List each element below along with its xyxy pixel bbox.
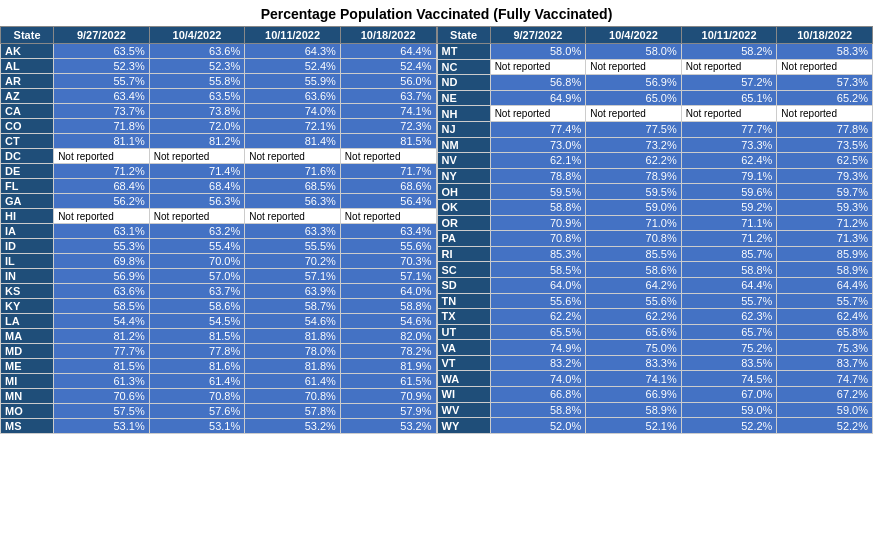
- table-row: WY52.0%52.1%52.2%52.2%: [437, 418, 873, 434]
- right-col2-header: 10/4/2022: [586, 27, 682, 44]
- table-row: NJ77.4%77.5%77.7%77.8%: [437, 121, 873, 137]
- data-cell: 54.5%: [149, 314, 245, 329]
- data-cell: 74.9%: [490, 340, 586, 356]
- state-cell: MI: [1, 374, 54, 389]
- data-cell: 59.5%: [490, 184, 586, 200]
- data-cell: 63.4%: [54, 89, 150, 104]
- data-cell: 67.2%: [777, 387, 873, 403]
- table-row: MS53.1%53.1%53.2%53.2%: [1, 419, 437, 434]
- data-cell: 73.5%: [777, 137, 873, 153]
- state-cell: OK: [437, 199, 490, 215]
- data-cell: 64.0%: [490, 277, 586, 293]
- table-row: VA74.9%75.0%75.2%75.3%: [437, 340, 873, 356]
- data-cell: 81.9%: [340, 359, 436, 374]
- state-cell: ME: [1, 359, 54, 374]
- data-cell: 81.4%: [245, 134, 341, 149]
- data-cell: 59.0%: [777, 402, 873, 418]
- data-cell: Not reported: [149, 209, 245, 224]
- data-cell: 72.3%: [340, 119, 436, 134]
- state-cell: NJ: [437, 121, 490, 137]
- state-cell: MD: [1, 344, 54, 359]
- data-cell: 63.7%: [149, 284, 245, 299]
- table-row: AL52.3%52.3%52.4%52.4%: [1, 59, 437, 74]
- left-col3-header: 10/11/2022: [245, 27, 341, 44]
- data-cell: 63.2%: [149, 224, 245, 239]
- left-col1-header: 9/27/2022: [54, 27, 150, 44]
- data-cell: 53.1%: [54, 419, 150, 434]
- right-table: State 9/27/2022 10/4/2022 10/11/2022 10/…: [437, 26, 874, 434]
- data-cell: 59.0%: [681, 402, 777, 418]
- data-cell: 74.5%: [681, 371, 777, 387]
- data-cell: Not reported: [777, 59, 873, 75]
- state-cell: MS: [1, 419, 54, 434]
- data-cell: 57.3%: [777, 75, 873, 91]
- data-cell: 68.6%: [340, 179, 436, 194]
- data-cell: 55.8%: [149, 74, 245, 89]
- table-row: IL69.8%70.0%70.2%70.3%: [1, 254, 437, 269]
- data-cell: 74.0%: [245, 104, 341, 119]
- data-cell: 85.3%: [490, 246, 586, 262]
- state-cell: SD: [437, 277, 490, 293]
- data-cell: 78.8%: [490, 168, 586, 184]
- table-row: NV62.1%62.2%62.4%62.5%: [437, 153, 873, 169]
- data-cell: 63.6%: [149, 44, 245, 59]
- data-cell: 82.0%: [340, 329, 436, 344]
- data-cell: 56.2%: [54, 194, 150, 209]
- data-cell: 52.3%: [149, 59, 245, 74]
- table-row: DCNot reportedNot reportedNot reportedNo…: [1, 149, 437, 164]
- table-row: AZ63.4%63.5%63.6%63.7%: [1, 89, 437, 104]
- state-cell: VA: [437, 340, 490, 356]
- data-cell: 55.6%: [490, 293, 586, 309]
- data-cell: 85.5%: [586, 246, 682, 262]
- data-cell: 72.1%: [245, 119, 341, 134]
- data-cell: 81.5%: [340, 134, 436, 149]
- data-cell: 55.7%: [54, 74, 150, 89]
- data-cell: 74.1%: [586, 371, 682, 387]
- data-cell: Not reported: [54, 149, 150, 164]
- data-cell: 57.1%: [340, 269, 436, 284]
- left-state-header: State: [1, 27, 54, 44]
- table-row: PA70.8%70.8%71.2%71.3%: [437, 231, 873, 247]
- data-cell: 63.6%: [54, 284, 150, 299]
- data-cell: 71.0%: [586, 215, 682, 231]
- data-cell: 65.5%: [490, 324, 586, 340]
- data-cell: 77.7%: [54, 344, 150, 359]
- data-cell: 70.9%: [490, 215, 586, 231]
- data-cell: 71.1%: [681, 215, 777, 231]
- data-cell: Not reported: [777, 106, 873, 122]
- state-cell: KS: [1, 284, 54, 299]
- table-row: ID55.3%55.4%55.5%55.6%: [1, 239, 437, 254]
- data-cell: 55.9%: [245, 74, 341, 89]
- data-cell: 58.2%: [681, 44, 777, 60]
- state-cell: IA: [1, 224, 54, 239]
- data-cell: 64.9%: [490, 90, 586, 106]
- data-cell: 70.8%: [245, 389, 341, 404]
- data-cell: 58.5%: [490, 262, 586, 278]
- table-row: OH59.5%59.5%59.6%59.7%: [437, 184, 873, 200]
- data-cell: 81.6%: [149, 359, 245, 374]
- data-cell: 57.9%: [340, 404, 436, 419]
- table-row: MT58.0%58.0%58.2%58.3%: [437, 44, 873, 60]
- data-cell: 71.3%: [777, 231, 873, 247]
- data-cell: 70.9%: [340, 389, 436, 404]
- data-cell: 78.0%: [245, 344, 341, 359]
- data-cell: 55.7%: [681, 293, 777, 309]
- data-cell: 53.2%: [340, 419, 436, 434]
- data-cell: 70.8%: [149, 389, 245, 404]
- state-cell: AR: [1, 74, 54, 89]
- data-cell: 57.1%: [245, 269, 341, 284]
- data-cell: 75.0%: [586, 340, 682, 356]
- data-cell: 71.7%: [340, 164, 436, 179]
- state-cell: WA: [437, 371, 490, 387]
- data-cell: 61.5%: [340, 374, 436, 389]
- data-cell: 62.2%: [586, 153, 682, 169]
- data-cell: 72.0%: [149, 119, 245, 134]
- left-col4-header: 10/18/2022: [340, 27, 436, 44]
- data-cell: 58.9%: [777, 262, 873, 278]
- data-cell: 79.1%: [681, 168, 777, 184]
- data-cell: 62.2%: [490, 309, 586, 325]
- data-cell: 59.3%: [777, 199, 873, 215]
- data-cell: 65.8%: [777, 324, 873, 340]
- data-cell: 56.9%: [586, 75, 682, 91]
- data-cell: 70.3%: [340, 254, 436, 269]
